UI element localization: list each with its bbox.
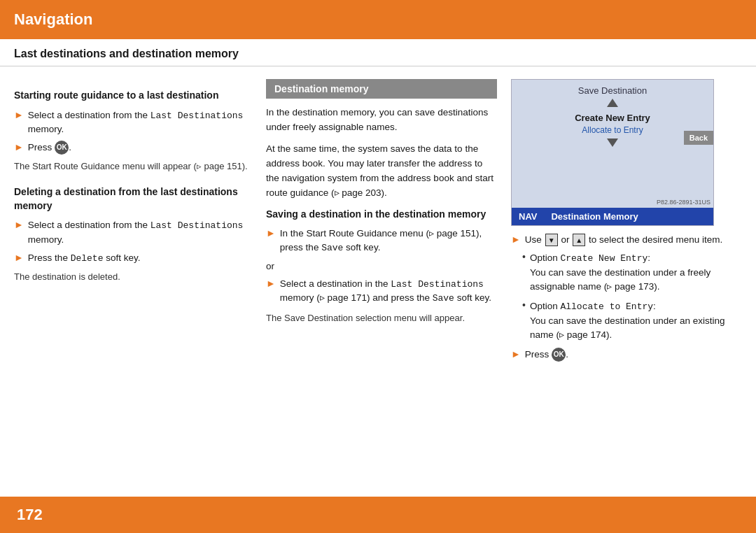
middle-detail: At the same time, the system saves the d… (266, 142, 497, 201)
bullet-text-1: Option Create New Entry: You can save th… (530, 251, 742, 294)
main-content: Starting route guidance to a last destin… (0, 66, 756, 493)
nav-save-dest-label: Save Destination (512, 85, 713, 96)
last-destinations-mono-2: Last Destinations (150, 220, 244, 231)
sub-header-title: Last destinations and destination memory (14, 48, 239, 59)
middle-item1-text: In the Start Route Guidance menu (▹ page… (280, 227, 497, 255)
nav-ui-inner: Save Destination Create New Entry Alloca… (512, 80, 713, 225)
nav-create-new-entry: Create New Entry (512, 111, 713, 125)
bullet-item-1: • Option Create New Entry: You can save … (522, 251, 742, 294)
section1-note: The Start Route Guidance menu will appea… (14, 159, 252, 173)
section1-item2: ► Press OK. (14, 141, 252, 155)
nav-back-button[interactable]: Back (684, 131, 713, 145)
section1-item1: ► Select a destination from the Last Des… (14, 108, 252, 137)
section2: Deleting a destination from the last des… (14, 185, 252, 283)
ok-button-2: OK (552, 348, 566, 362)
left-column: Starting route guidance to a last destin… (14, 79, 252, 493)
section2-item2-text: Press the Delete soft key. (28, 251, 141, 266)
or-label: or (266, 261, 497, 271)
section2-item2: ► Press the Delete soft key. (14, 251, 252, 266)
bullet-text-2: Option Allocate to Entry: You can save t… (530, 299, 742, 342)
last-destinations-mono-1: Last Destinations (150, 111, 244, 121)
save-mono-1: Save (321, 243, 343, 253)
middle-column: Destination memory In the destination me… (266, 79, 497, 493)
section2-item1-text: Select a destination from the Last Desti… (28, 218, 252, 247)
page-number: 172 (17, 506, 43, 524)
middle-item2: ► Select a destination in the Last Desti… (266, 277, 497, 306)
sub-header: Last destinations and destination memory (0, 39, 756, 66)
nav-up-triangle-icon (607, 99, 618, 107)
right-column: Save Destination Create New Entry Alloca… (511, 79, 742, 493)
arrow-icon-7: ► (511, 234, 521, 245)
nav-nav-label: NAV (519, 211, 537, 222)
save-mono-2: Save (433, 293, 454, 304)
saving-section-title: Saving a destination in the destination … (266, 208, 497, 222)
up-arrow-icon: ▲ (573, 234, 585, 246)
right-press-ok-text: Press OK. (525, 348, 568, 362)
arrow-icon-2: ► (14, 141, 24, 152)
section2-note: The destination is deleted. (14, 270, 252, 284)
section2-title: Deleting a destination from the last des… (14, 185, 252, 213)
arrow-icon-6: ► (266, 278, 276, 289)
header-title: Navigation (14, 10, 92, 29)
right-press-ok: ► Press OK. (511, 348, 742, 362)
section1: Starting route guidance to a last destin… (14, 89, 252, 173)
ok-button-1: OK (55, 141, 69, 155)
middle-item2-text: Select a destination in the Last Destina… (280, 277, 497, 306)
dest-memory-header: Destination memory (266, 79, 497, 99)
right-item1: ► Use ▼ or ▲ to select the desired menu … (511, 233, 742, 247)
section2-item1: ► Select a destination from the Last Des… (14, 218, 252, 247)
arrow-icon-8: ► (511, 348, 521, 360)
nav-bottom-bar: NAV Destination Memory (512, 208, 713, 225)
section1-item1-text: Select a destination from the Last Desti… (28, 108, 252, 137)
nav-down-triangle-icon (607, 138, 618, 147)
right-item1-text: Use ▼ or ▲ to select the desired menu it… (525, 233, 722, 247)
create-new-entry-mono: Create New Entry (560, 253, 648, 264)
delete-mono: Delete (71, 253, 104, 264)
middle-note: The Save Destination selection menu will… (266, 311, 497, 325)
middle-intro: In the destination memory, you can save … (266, 106, 497, 135)
arrow-icon-1: ► (14, 109, 24, 120)
header-bar: Navigation (0, 0, 756, 39)
nav-dest-memory-label: Destination Memory (551, 211, 638, 222)
section1-item2-text: Press OK. (28, 141, 71, 155)
nav-part-number: P82.86-2891-31US (657, 199, 710, 206)
bullet-icon-2: • (522, 299, 526, 311)
arrow-icon-5: ► (266, 227, 276, 239)
footer: 172 (0, 497, 756, 533)
bullet-icon-1: • (522, 251, 526, 262)
middle-item1: ► In the Start Route Guidance menu (▹ pa… (266, 227, 497, 255)
arrow-icon-4: ► (14, 252, 24, 263)
arrow-icon-3: ► (14, 219, 24, 230)
nav-ui: Save Destination Create New Entry Alloca… (511, 79, 714, 226)
allocate-to-entry-mono: Allocate to Entry (560, 301, 653, 312)
bullet-item-2: • Option Allocate to Entry: You can save… (522, 299, 742, 342)
section1-title: Starting route guidance to a last destin… (14, 89, 252, 103)
last-destinations-mono-3: Last Destinations (391, 279, 484, 290)
down-arrow-icon: ▼ (545, 234, 558, 246)
